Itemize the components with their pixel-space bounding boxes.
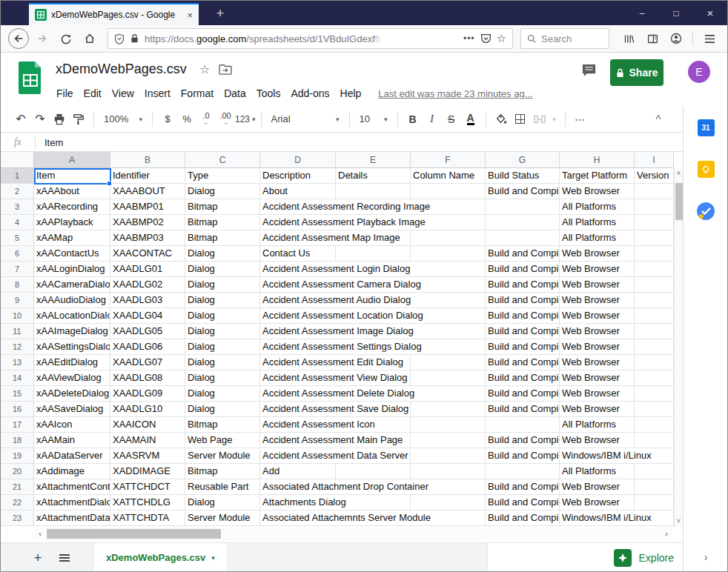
hide-side-panel-icon[interactable]: › [684, 551, 728, 563]
cell-G19[interactable]: Build and Compile [486, 448, 560, 464]
cell-D14[interactable]: Accident Assessment View Dialog [260, 370, 336, 386]
cell-F17[interactable] [411, 417, 486, 433]
cell-D4[interactable]: Accident Assessment Playback Image [260, 215, 336, 230]
cell-F14[interactable] [411, 370, 486, 386]
account-avatar[interactable]: E [688, 61, 710, 83]
cell-G15[interactable]: Build and Compile [486, 386, 560, 402]
cell-B2[interactable]: XAAABOUT [110, 184, 185, 199]
cell-C3[interactable]: Bitmap [185, 199, 260, 215]
cell-G22[interactable]: Build and Compile [486, 495, 560, 511]
cell-H2[interactable]: Web Browser [560, 184, 635, 199]
cell-H10[interactable]: Web Browser [560, 308, 635, 324]
star-document-icon[interactable]: ☆ [199, 62, 210, 76]
row-header-14[interactable]: 14 [1, 370, 34, 386]
cell-G1[interactable]: Build Status [486, 168, 560, 184]
more-formats-icon[interactable]: 123▾ [235, 110, 256, 129]
cell-E1[interactable]: Details [336, 168, 411, 184]
cell-C14[interactable]: Dialog [185, 370, 260, 386]
cell-A14[interactable]: xAAViewDialog [34, 370, 110, 386]
cell-E2[interactable] [336, 184, 411, 199]
cell-D20[interactable]: Add [260, 464, 336, 479]
cell-B4[interactable]: XAABMP02 [110, 215, 185, 230]
column-header-G[interactable]: G [486, 152, 560, 168]
menu-format[interactable]: Format [176, 84, 219, 102]
cell-D10[interactable]: Accident Assessment Location Dialog [260, 308, 336, 324]
cell-B1[interactable]: Identifier [110, 168, 185, 184]
row-header-8[interactable]: 8 [1, 277, 34, 293]
fill-color-icon[interactable] [492, 110, 511, 129]
cell-I4[interactable] [635, 215, 674, 230]
calendar-icon[interactable]: 31 [698, 119, 715, 136]
tracking-shield-icon[interactable] [114, 33, 125, 44]
cell-C19[interactable]: Server Module [185, 448, 260, 464]
url-bar[interactable]: https://docs.google.com/spreadsheets/d/1… [107, 28, 513, 49]
format-currency-icon[interactable]: $ [158, 110, 177, 129]
sidebars-icon[interactable] [642, 28, 663, 49]
menu-addons[interactable]: Add-ons [285, 84, 334, 102]
strikethrough-icon[interactable]: S [442, 110, 461, 129]
row-header-12[interactable]: 12 [1, 339, 34, 355]
cell-F15[interactable] [411, 386, 486, 402]
cell-A5[interactable]: xAAMap [34, 230, 110, 246]
cell-H17[interactable]: All Platforms [560, 417, 635, 433]
cell-I15[interactable] [635, 386, 674, 402]
cell-B14[interactable]: XAADLG08 [110, 370, 185, 386]
cell-A11[interactable]: xAAImageDialog [34, 324, 110, 339]
cell-H13[interactable]: Web Browser [560, 355, 635, 370]
menu-view[interactable]: View [107, 84, 139, 102]
scroll-left-icon[interactable]: ‹ [34, 528, 46, 541]
row-header-13[interactable]: 13 [1, 355, 34, 370]
row-header-9[interactable]: 9 [1, 293, 34, 308]
more-toolbar-icon[interactable]: ⋯ [571, 110, 590, 129]
cell-H12[interactable]: Web Browser [560, 339, 635, 355]
menu-hamburger-icon[interactable] [699, 28, 720, 49]
cell-F2[interactable] [411, 184, 486, 199]
cell-G10[interactable]: Build and Compile [486, 308, 560, 324]
cell-D12[interactable]: Accident Assessment Settings Dialog [260, 339, 336, 355]
cell-B7[interactable]: XAADLG01 [110, 262, 185, 277]
cell-D3[interactable]: Accident Assessment Recording Image [260, 199, 336, 215]
text-color-icon[interactable]: A [467, 113, 474, 125]
row-header-22[interactable]: 22 [1, 495, 34, 511]
cell-H23[interactable]: Windows/IBM i/Linux [560, 511, 635, 526]
cell-D19[interactable]: Accident Assessment Data Server [260, 448, 336, 464]
cell-H8[interactable]: Web Browser [560, 277, 635, 293]
cell-G6[interactable]: Build and Compile [486, 246, 560, 262]
cell-G17[interactable] [486, 417, 560, 433]
cell-B6[interactable]: XAACONTAC [110, 246, 185, 262]
cell-D13[interactable]: Accident Assessment Edit Dialog [260, 355, 336, 370]
cell-F6[interactable] [411, 246, 486, 262]
cell-H5[interactable]: All Platforms [560, 230, 635, 246]
last-edit-link[interactable]: Last edit was made 23 minutes ag... [378, 88, 532, 99]
cell-F19[interactable] [411, 448, 486, 464]
cell-G5[interactable] [486, 230, 560, 246]
redo-icon[interactable]: ↷ [30, 110, 50, 129]
bold-icon[interactable]: B [403, 110, 423, 129]
new-tab-button[interactable]: + [211, 4, 230, 23]
cell-H18[interactable]: Web Browser [560, 433, 635, 448]
column-header-C[interactable]: C [185, 152, 260, 168]
cell-G8[interactable]: Build and Compile [486, 277, 560, 293]
undo-icon[interactable]: ↶ [11, 110, 30, 129]
cell-I6[interactable] [635, 246, 674, 262]
cell-D11[interactable]: Accident Assessment Image Dialog [260, 324, 336, 339]
cell-A8[interactable]: xAACameraDialog [34, 277, 110, 293]
cell-C13[interactable]: Dialog [185, 355, 260, 370]
print-icon[interactable] [50, 110, 69, 129]
account-icon[interactable] [666, 28, 686, 49]
cell-I7[interactable] [635, 262, 674, 277]
comments-icon[interactable] [581, 63, 597, 78]
back-button[interactable] [8, 28, 29, 49]
cell-F13[interactable] [411, 355, 486, 370]
cell-C18[interactable]: Web Page [185, 433, 260, 448]
browser-tab[interactable]: xDemoWebPages.csv - Google × [29, 3, 199, 25]
url-text[interactable]: https://docs.google.com/spreadsheets/d/1… [145, 33, 458, 44]
cell-F20[interactable] [411, 464, 486, 479]
cell-H4[interactable]: All Platforms [560, 215, 635, 230]
row-header-19[interactable]: 19 [1, 448, 34, 464]
cell-F9[interactable] [411, 293, 486, 308]
cell-D5[interactable]: Accident Assesment Map Image [260, 230, 336, 246]
cell-B12[interactable]: XAADLG06 [110, 339, 185, 355]
cell-H15[interactable]: Web Browser [560, 386, 635, 402]
cell-I20[interactable] [635, 464, 674, 479]
